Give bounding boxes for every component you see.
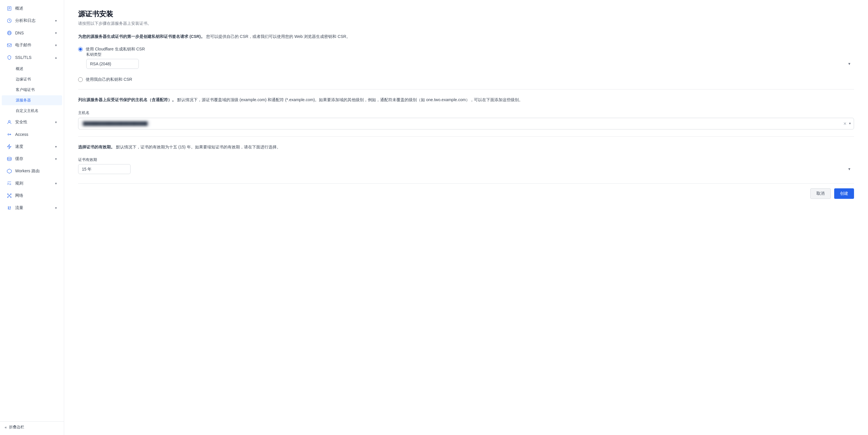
hostname-tag: ████████████████████████ (81, 121, 150, 126)
sidebar-sub-label: 源服务器 (16, 98, 31, 103)
main-content: 源证书安装 请按照以下步骤在源服务器上安装证书。 为您的源服务器生成证书的第一步… (64, 0, 868, 435)
sidebar-item-label: 规则 (15, 181, 23, 186)
csr-method-group: 使用 Cloudflare 生成私钥和 CSR 私钥类型 RSA (2048)E… (78, 46, 854, 82)
sidebar-item-access[interactable]: Access (2, 129, 62, 140)
sidebar-item-analytics[interactable]: 分析和日志 ▼ (2, 15, 62, 27)
svg-point-17 (10, 197, 11, 198)
section3-description: 选择证书的有效期。 默认情况下，证书的有效期为十五 (15) 年。如果要缩短证书… (78, 144, 854, 150)
chevron-down-icon: ▼ (55, 207, 57, 210)
key-type-select-wrapper: RSA (2048)ECDSA (P-256) ▼ (86, 59, 854, 69)
sidebar-item-cache[interactable]: 缓存 ▼ (2, 153, 62, 165)
collapse-icon: « (5, 425, 7, 430)
dns-icon (6, 30, 12, 36)
create-button[interactable]: 创建 (834, 188, 854, 199)
radio-own-csr-label[interactable]: 使用我自己的私钥和 CSR (78, 77, 854, 82)
validity-select[interactable]: 15 年10 年5 年2 年1 年6 个月3 个月 (78, 164, 131, 174)
sidebar-item-label: 电子邮件 (15, 42, 31, 48)
sidebar-item-label: DNS (15, 31, 24, 35)
select-chevron-icon: ▼ (847, 62, 851, 66)
sidebar-item-traffic[interactable]: 流量 ▼ (2, 202, 62, 214)
chevron-down-icon: ▼ (55, 145, 57, 148)
sidebar-item-client-certs[interactable]: 客户端证书 (2, 85, 62, 95)
hostname-input[interactable] (152, 121, 841, 126)
radio-cloudflare-label[interactable]: 使用 Cloudflare 生成私钥和 CSR (78, 46, 854, 52)
email-icon (6, 42, 12, 48)
sidebar-sub-label: 客户端证书 (16, 87, 35, 92)
sidebar-item-email[interactable]: 电子邮件 ▼ (2, 39, 62, 51)
key-type-label: 私钥类型 (86, 52, 854, 57)
svg-point-11 (7, 157, 11, 159)
svg-point-23 (10, 207, 11, 208)
sidebar-item-label: 概述 (15, 6, 23, 11)
security-icon (6, 119, 12, 125)
cache-icon (6, 156, 12, 162)
sidebar-item-custom-hostname[interactable]: 自定义主机名 (2, 106, 62, 116)
sidebar-item-speed[interactable]: 速度 ▼ (2, 141, 62, 153)
sidebar-item-overview[interactable]: 概述 (2, 3, 62, 14)
sidebar-item-edge-certs[interactable]: 边缘证书 (2, 74, 62, 84)
sidebar-item-label: 速度 (15, 144, 23, 149)
svg-point-16 (7, 197, 8, 198)
chevron-down-icon: ▼ (55, 182, 57, 185)
cancel-button[interactable]: 取消 (810, 188, 831, 199)
chevron-down-icon: ▼ (55, 157, 57, 161)
svg-point-14 (7, 194, 8, 194)
sidebar-item-label: 流量 (15, 205, 23, 211)
hostname-dropdown-icon[interactable]: ▼ (848, 122, 851, 125)
chevron-down-icon: ▼ (55, 31, 57, 35)
svg-point-13 (9, 195, 10, 196)
sidebar-item-workers[interactable]: Workers 路由 (2, 165, 62, 177)
validity-section: 证书有效期 15 年10 年5 年2 年1 年6 个月3 个月 ▼ (78, 157, 854, 174)
section1-description: 为您的源服务器生成证书的第一步是创建私钥和证书签名请求 (CSR)。 您可以提供… (78, 33, 854, 40)
sidebar-sub-label: 边缘证书 (16, 77, 31, 82)
key-type-group: 私钥类型 RSA (2048)ECDSA (P-256) ▼ (86, 52, 854, 69)
radio-own-csr-text: 使用我自己的私钥和 CSR (86, 77, 132, 82)
radio-cloudflare-generate: 使用 Cloudflare 生成私钥和 CSR 私钥类型 RSA (2048)E… (78, 46, 854, 73)
chevron-down-icon: ▼ (55, 19, 57, 23)
svg-line-19 (10, 194, 10, 195)
traffic-icon (6, 205, 12, 211)
page-subtitle: 请按照以下步骤在源服务器上安装证书。 (78, 21, 854, 26)
analytics-icon (6, 18, 12, 24)
divider-1 (78, 89, 854, 90)
page-title: 源证书安装 (78, 9, 854, 19)
svg-rect-8 (7, 44, 11, 47)
sidebar-item-rules[interactable]: 规则 ▼ (2, 178, 62, 189)
speed-icon (6, 144, 12, 150)
sidebar-item-ssl-overview[interactable]: 概述 (2, 64, 62, 74)
chevron-up-icon: ▲ (55, 56, 57, 59)
chevron-down-icon: ▼ (55, 121, 57, 124)
sidebar-item-label: 缓存 (15, 156, 23, 161)
workers-icon (6, 168, 12, 174)
hostname-section: 主机名 ████████████████████████ ✕ ▼ (78, 110, 854, 129)
key-type-select[interactable]: RSA (2048)ECDSA (P-256) (86, 59, 139, 69)
radio-cloudflare-input[interactable] (78, 47, 83, 52)
sidebar-item-label: 安全性 (15, 120, 27, 125)
sidebar: 概述 分析和日志 ▼ DNS ▼ 电子邮件 ▼ SSL/TLS ▲ 概述 (0, 0, 64, 435)
validity-select-wrapper: 15 年10 年5 年2 年1 年6 个月3 个月 ▼ (78, 164, 854, 174)
validity-field-group: 证书有效期 15 年10 年5 年2 年1 年6 个月3 个月 ▼ (78, 157, 854, 174)
sidebar-item-label: SSL/TLS (15, 55, 31, 60)
rules-icon (6, 181, 12, 186)
svg-point-22 (8, 207, 9, 208)
svg-line-20 (8, 196, 9, 197)
sidebar-item-ssl[interactable]: SSL/TLS ▲ (2, 52, 62, 63)
hostname-input-wrapper[interactable]: ████████████████████████ ✕ ▼ (78, 118, 854, 129)
sidebar-sub-label: 自定义主机名 (16, 108, 38, 114)
sidebar-item-label: 网络 (15, 193, 23, 198)
collapse-label: 折叠边栏 (9, 425, 24, 430)
sidebar-item-label: Access (15, 132, 28, 137)
sidebar-item-origin-server[interactable]: 源服务器 (2, 95, 62, 105)
collapse-sidebar-button[interactable]: « 折叠边栏 (0, 421, 64, 433)
sidebar-item-security[interactable]: 安全性 ▼ (2, 116, 62, 128)
sidebar-item-dns[interactable]: DNS ▼ (2, 27, 62, 39)
chevron-down-icon: ▼ (55, 44, 57, 47)
validity-label: 证书有效期 (78, 157, 854, 162)
ssl-icon (6, 55, 12, 60)
sidebar-item-network[interactable]: 网络 (2, 190, 62, 201)
radio-cloudflare-text: 使用 Cloudflare 生成私钥和 CSR (86, 46, 145, 52)
hostname-clear-icon[interactable]: ✕ (843, 121, 847, 126)
radio-own-csr-input[interactable] (78, 77, 83, 82)
svg-point-10 (8, 134, 9, 135)
network-icon (6, 193, 12, 198)
